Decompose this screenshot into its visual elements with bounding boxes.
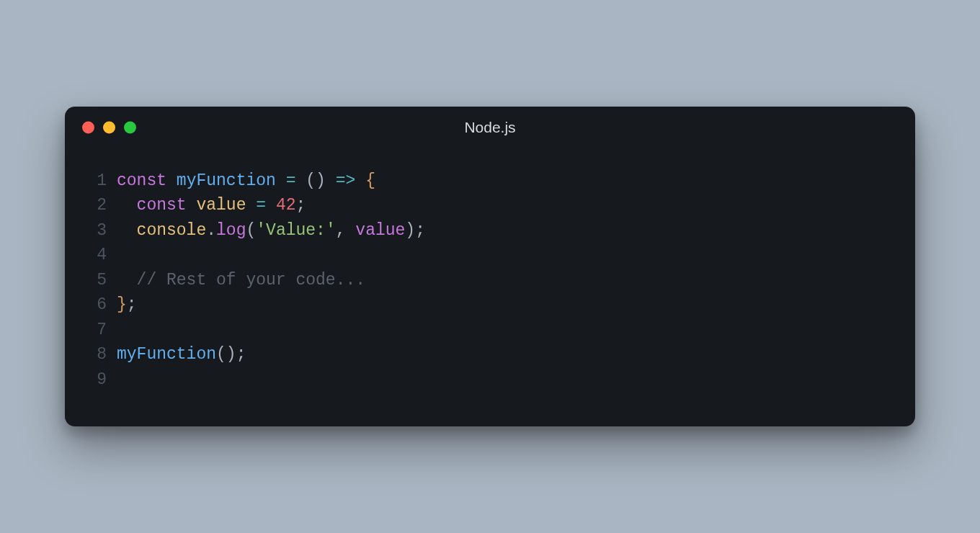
line-number: 9 xyxy=(65,367,117,393)
line-number: 3 xyxy=(65,218,117,243)
line-number: 8 xyxy=(65,342,117,367)
line-number: 5 xyxy=(65,268,117,293)
line-number: 2 xyxy=(65,193,117,218)
code-content[interactable]: myFunction(); xyxy=(117,342,246,367)
line-number: 7 xyxy=(65,318,117,343)
minimize-icon[interactable] xyxy=(103,121,115,133)
code-line[interactable]: 9 xyxy=(65,367,915,393)
code-content[interactable]: const myFunction = () => { xyxy=(117,169,375,194)
code-content[interactable]: const value = 42; xyxy=(117,193,306,218)
code-line[interactable]: 7 xyxy=(65,318,915,343)
code-line[interactable]: 1const myFunction = () => { xyxy=(65,169,915,194)
code-line[interactable]: 8myFunction(); xyxy=(65,342,915,367)
line-number: 4 xyxy=(65,243,117,268)
code-content[interactable]: }; xyxy=(117,292,137,318)
line-number: 6 xyxy=(65,292,117,318)
code-window: Node.js 1const myFunction = () => {2 con… xyxy=(65,107,915,427)
code-line[interactable]: 2 const value = 42; xyxy=(65,193,915,218)
code-line[interactable]: 6}; xyxy=(65,292,915,318)
code-content[interactable]: console.log('Value:', value); xyxy=(117,218,425,243)
titlebar: Node.js xyxy=(65,107,915,148)
code-editor[interactable]: 1const myFunction = () => {2 const value… xyxy=(65,148,915,427)
line-number: 1 xyxy=(65,169,117,194)
traffic-lights xyxy=(82,121,136,133)
code-content[interactable]: // Rest of your code... xyxy=(117,268,365,293)
code-line[interactable]: 5 // Rest of your code... xyxy=(65,268,915,293)
code-line[interactable]: 4 xyxy=(65,243,915,268)
code-line[interactable]: 3 console.log('Value:', value); xyxy=(65,218,915,243)
close-icon[interactable] xyxy=(82,121,94,133)
window-title: Node.js xyxy=(65,119,915,136)
zoom-icon[interactable] xyxy=(124,121,136,133)
